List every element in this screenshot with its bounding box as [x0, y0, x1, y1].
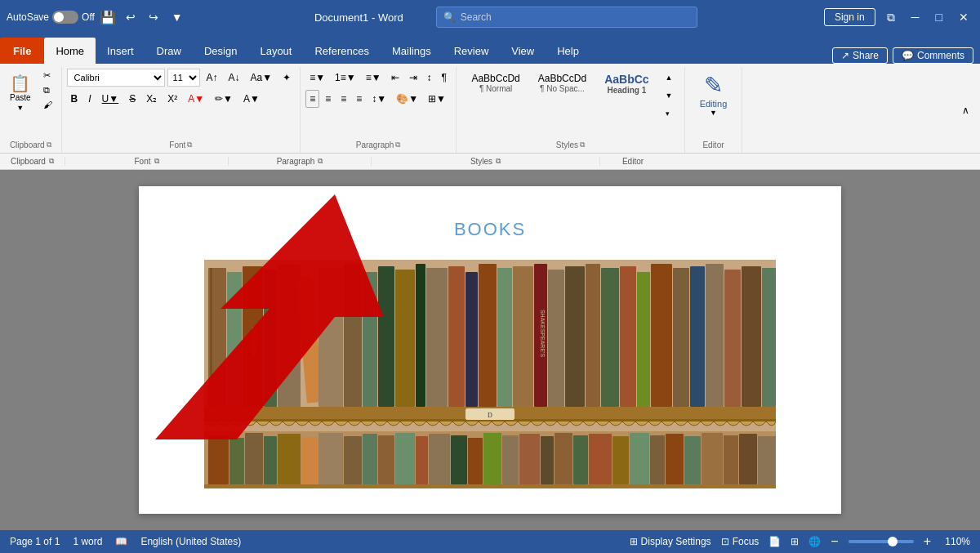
tab-mailings[interactable]: Mailings [381, 38, 443, 64]
autosave-toggle[interactable] [52, 11, 78, 24]
font-color-button[interactable]: A▼ [184, 90, 208, 108]
display-settings-button[interactable]: ⊞ Display Settings [630, 536, 711, 547]
subscript-button[interactable]: X₂ [142, 90, 161, 108]
paste-button[interactable]: 📋 Paste ▼ [5, 69, 36, 118]
collapse-ribbon-button[interactable]: ∧ [958, 67, 980, 153]
decrease-indent-button[interactable]: ⇤ [387, 69, 403, 87]
styles-section-expand[interactable]: ⧉ [496, 157, 501, 166]
numbering-button[interactable]: 1≡▼ [331, 69, 360, 87]
align-center-button[interactable]: ≡ [321, 90, 335, 108]
justify-button[interactable]: ≡ [352, 90, 366, 108]
font-size-select[interactable]: 11 [167, 69, 200, 87]
restore-button[interactable]: ⧉ [882, 9, 900, 26]
tab-help[interactable]: Help [546, 38, 590, 64]
tab-home[interactable]: Home [44, 38, 96, 64]
font-expand-icon[interactable]: ⧉ [187, 140, 192, 149]
bullets-button[interactable]: ≡▼ [305, 69, 329, 87]
increase-indent-button[interactable]: ⇥ [405, 69, 421, 87]
web-layout-button[interactable]: 🌐 [808, 536, 821, 547]
font-face-select[interactable]: Calibri [67, 69, 165, 87]
svg-rect-10 [318, 268, 343, 407]
clear-format-button[interactable]: ✦ [278, 69, 295, 87]
bold-button[interactable]: B [67, 90, 82, 108]
read-mode-button[interactable]: 📄 [768, 536, 781, 547]
font-label: Font ⧉ [169, 140, 192, 151]
superscript-button[interactable]: X² [163, 90, 181, 108]
editor-group[interactable]: ✎ Editing ▼ Editor [685, 67, 742, 153]
proofing-icon[interactable]: 📖 [115, 536, 127, 547]
customize-qat-button[interactable]: ▼ [167, 9, 188, 25]
title-bar-left: AutoSave Off 💾 ↩ ↪ ▼ [7, 9, 188, 25]
collapse-icon[interactable]: ∧ [958, 101, 973, 119]
search-input[interactable] [461, 11, 690, 23]
comments-button[interactable]: 💬 Comments [893, 47, 973, 64]
show-marks-button[interactable]: ¶ [438, 69, 451, 87]
line-spacing-button[interactable]: ↕▼ [368, 90, 390, 108]
undo-button[interactable]: ↩ [121, 9, 140, 25]
zoom-in-button[interactable]: + [924, 534, 931, 549]
zoom-level[interactable]: 110% [941, 536, 970, 547]
align-right-button[interactable]: ≡ [336, 90, 350, 108]
search-box[interactable]: 🔍 [436, 7, 697, 28]
language[interactable]: English (United States) [140, 536, 241, 547]
tab-layout[interactable]: Layout [248, 38, 303, 64]
maximize-button[interactable]: □ [931, 9, 947, 25]
editing-dropdown[interactable]: ▼ [710, 109, 717, 117]
paste-dropdown[interactable]: ▼ [16, 104, 24, 112]
clipboard-section-expand[interactable]: ⧉ [49, 157, 54, 166]
focus-button[interactable]: ⊡ Focus [721, 536, 760, 547]
share-button[interactable]: ↗ Share [832, 47, 888, 64]
close-button[interactable]: ✕ [954, 9, 973, 25]
change-case-button[interactable]: Aa▼ [247, 69, 277, 87]
zoom-slider[interactable] [849, 540, 914, 543]
cut-button[interactable]: ✂ [39, 69, 56, 83]
svg-rect-25 [565, 266, 585, 407]
paragraph-expand-icon[interactable]: ⧉ [395, 140, 400, 149]
strikethrough-button[interactable]: S [125, 90, 140, 108]
tab-insert[interactable]: Insert [96, 38, 145, 64]
styles-scroll-up[interactable]: ▲ [662, 69, 677, 87]
signin-button[interactable]: Sign in [824, 8, 875, 26]
styles-expand-icon[interactable]: ⧉ [580, 140, 585, 149]
font-shrink-button[interactable]: A↓ [225, 69, 244, 87]
styles-scroll-down[interactable]: ▼ [662, 87, 677, 105]
svg-rect-48 [318, 433, 343, 484]
save-icon[interactable]: 💾 [100, 10, 116, 25]
underline-button[interactable]: U▼ [98, 90, 123, 108]
document-page[interactable]: BOOKS DICKENS [139, 186, 841, 514]
style-no-spacing[interactable]: AaBbCcDd ¶ No Spac... [531, 69, 594, 97]
borders-button[interactable]: ⊞▼ [424, 90, 450, 108]
font-section-expand[interactable]: ⧉ [154, 157, 159, 166]
copy-button[interactable]: ⧉ [39, 83, 56, 97]
styles-more[interactable]: ▾ [662, 105, 677, 123]
highlight-button[interactable]: ✏▼ [211, 90, 237, 108]
svg-rect-44 [245, 433, 263, 484]
multilevel-button[interactable]: ≡▼ [362, 69, 385, 87]
minimize-button[interactable]: ─ [906, 9, 924, 25]
svg-rect-73 [204, 484, 776, 488]
format-painter-button[interactable]: 🖌 [39, 98, 56, 111]
editing-label: Editing [700, 99, 728, 109]
paragraph-section-expand[interactable]: ⧉ [318, 157, 323, 166]
print-layout-button[interactable]: ⊞ [791, 536, 799, 547]
redo-button[interactable]: ↪ [144, 9, 163, 25]
style-heading1[interactable]: AaBbCc Heading 1 [597, 69, 656, 99]
tab-draw[interactable]: Draw [145, 38, 193, 64]
sort-button[interactable]: ↕ [423, 69, 436, 87]
tab-design[interactable]: Design [193, 38, 248, 64]
tab-review[interactable]: Review [443, 38, 501, 64]
align-left-button[interactable]: ≡ [305, 90, 319, 108]
tab-references[interactable]: References [303, 38, 380, 64]
shading-button[interactable]: 🎨▼ [392, 90, 422, 108]
font-grow-button[interactable]: A↑ [203, 69, 222, 87]
editing-button[interactable]: ✎ Editing ▼ [693, 69, 734, 120]
italic-button[interactable]: I [84, 90, 95, 108]
zoom-out-button[interactable]: − [831, 534, 838, 549]
style-normal[interactable]: AaBbCcDd ¶ Normal [464, 69, 527, 97]
clipboard-expand-icon[interactable]: ⧉ [47, 140, 51, 149]
tab-file[interactable]: File [0, 38, 44, 64]
text-color-button[interactable]: A▼ [239, 90, 264, 108]
svg-rect-42 [208, 435, 229, 484]
autosave-control[interactable]: AutoSave Off [7, 11, 95, 24]
tab-view[interactable]: View [500, 38, 546, 64]
